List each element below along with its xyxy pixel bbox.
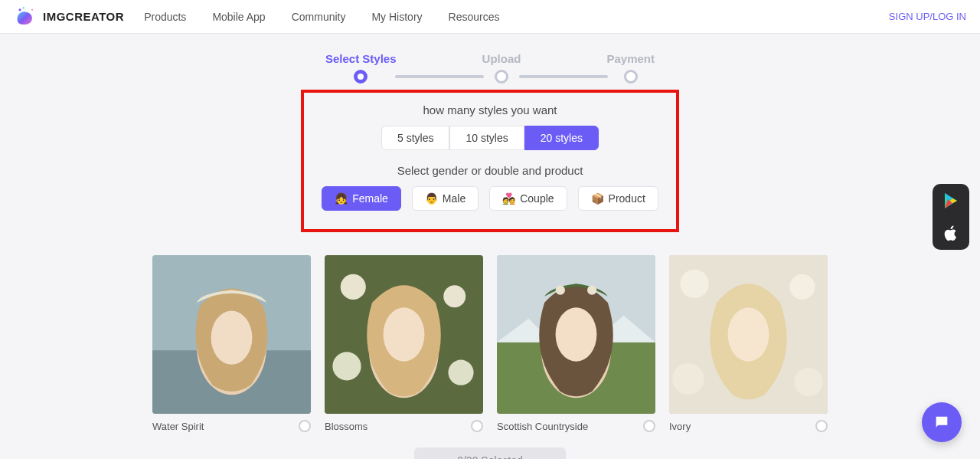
header-left: IMGCREATOR Products Mobile App Community… xyxy=(14,6,500,28)
svg-point-10 xyxy=(332,352,361,380)
svg-point-9 xyxy=(443,285,466,307)
card-footer: Scottish Countryside xyxy=(497,420,655,432)
couple-emoji-icon: 💑 xyxy=(502,192,515,205)
style-card: Blossoms xyxy=(325,255,483,432)
svg-point-6 xyxy=(211,310,253,364)
style-thumbnail[interactable] xyxy=(152,255,311,414)
svg-point-23 xyxy=(680,270,708,298)
svg-point-13 xyxy=(384,307,425,361)
step-label: Payment xyxy=(606,52,655,65)
card-select-radio[interactable] xyxy=(299,420,311,432)
card-select-radio[interactable] xyxy=(643,420,655,432)
gender-label: Female xyxy=(352,192,388,205)
style-count-prompt: how many styles you want xyxy=(321,103,659,116)
step-label: Select Styles xyxy=(325,52,397,65)
card-footer: Water Spirit xyxy=(152,420,311,432)
card-select-radio[interactable] xyxy=(815,420,828,432)
svg-point-0 xyxy=(18,8,21,11)
svg-point-1 xyxy=(23,7,24,8)
card-title: Ivory xyxy=(669,421,691,432)
nav-my-history[interactable]: My History xyxy=(371,11,422,23)
styles-20-button[interactable]: 20 styles xyxy=(524,126,599,150)
svg-point-26 xyxy=(795,368,823,396)
style-card: Water Spirit xyxy=(152,255,311,432)
gender-product-button[interactable]: 📦 Product xyxy=(578,186,658,211)
logo-mark-icon xyxy=(14,6,38,28)
female-emoji-icon: 👧 xyxy=(335,192,348,205)
gender-row: 👧 Female 👨 Male 💑 Couple 📦 Product xyxy=(321,186,659,211)
step-dot-icon xyxy=(624,70,638,84)
styles-5-button[interactable]: 5 styles xyxy=(381,126,449,150)
nav-community[interactable]: Community xyxy=(292,11,346,23)
gender-couple-button[interactable]: 💑 Couple xyxy=(489,186,567,211)
male-emoji-icon: 👨 xyxy=(425,192,438,205)
card-title: Blossoms xyxy=(325,421,368,432)
nav-products[interactable]: Products xyxy=(144,11,186,23)
auth-link[interactable]: SIGN UP/LOG IN xyxy=(889,11,966,22)
gender-prompt: Select gender or double and product xyxy=(321,164,659,177)
chat-fab[interactable] xyxy=(922,402,962,442)
google-play-icon[interactable] xyxy=(942,192,960,210)
chat-icon xyxy=(933,414,950,431)
svg-point-2 xyxy=(31,8,33,10)
selection-counter-pill: 0/20 Selected xyxy=(414,448,566,459)
svg-point-25 xyxy=(672,363,704,395)
brand-text: IMGCREATOR xyxy=(43,10,124,23)
card-footer: Ivory xyxy=(669,420,828,432)
styles-10-button[interactable]: 10 styles xyxy=(449,126,524,150)
gender-label: Couple xyxy=(520,192,554,205)
svg-point-28 xyxy=(728,307,769,361)
gender-label: Male xyxy=(443,192,466,205)
nav-mobile-app[interactable]: Mobile App xyxy=(212,11,265,23)
svg-point-21 xyxy=(587,285,596,294)
step-select-styles[interactable]: Select Styles xyxy=(325,52,397,84)
apple-icon[interactable] xyxy=(942,224,960,242)
main-nav: Products Mobile App Community My History… xyxy=(144,11,499,23)
svg-point-20 xyxy=(556,285,565,294)
style-thumbnail[interactable] xyxy=(497,255,655,414)
style-card: Ivory xyxy=(669,255,828,432)
step-payment[interactable]: Payment xyxy=(606,52,655,84)
step-line xyxy=(519,75,608,78)
stepper: Select Styles Upload Payment xyxy=(325,52,655,84)
step-label: Upload xyxy=(482,52,521,65)
gender-male-button[interactable]: 👨 Male xyxy=(412,186,479,211)
step-dot-icon xyxy=(495,70,508,84)
style-count-group: 5 styles 10 styles 20 styles xyxy=(321,126,659,150)
config-box: how many styles you want 5 styles 10 sty… xyxy=(301,90,679,232)
style-cards: Water Spirit Blossoms xyxy=(0,255,980,432)
nav-resources[interactable]: Resources xyxy=(449,11,500,23)
card-title: Water Spirit xyxy=(152,421,204,432)
logo[interactable]: IMGCREATOR xyxy=(14,6,124,28)
product-emoji-icon: 📦 xyxy=(591,192,604,205)
svg-point-24 xyxy=(789,274,815,300)
step-line xyxy=(395,75,484,78)
svg-point-11 xyxy=(448,360,473,385)
style-thumbnail[interactable] xyxy=(669,255,828,414)
header: IMGCREATOR Products Mobile App Community… xyxy=(0,0,980,34)
style-card: Scottish Countryside xyxy=(497,255,655,432)
card-title: Scottish Countryside xyxy=(497,421,588,432)
card-select-radio[interactable] xyxy=(471,420,483,432)
style-thumbnail[interactable] xyxy=(325,255,483,414)
step-dot-icon xyxy=(354,70,368,84)
card-footer: Blossoms xyxy=(325,420,483,432)
gender-label: Product xyxy=(609,192,645,205)
gender-female-button[interactable]: 👧 Female xyxy=(322,186,401,211)
app-download-rail xyxy=(933,184,969,250)
svg-point-19 xyxy=(556,307,597,361)
step-upload[interactable]: Upload xyxy=(482,52,521,84)
svg-point-8 xyxy=(341,274,366,300)
